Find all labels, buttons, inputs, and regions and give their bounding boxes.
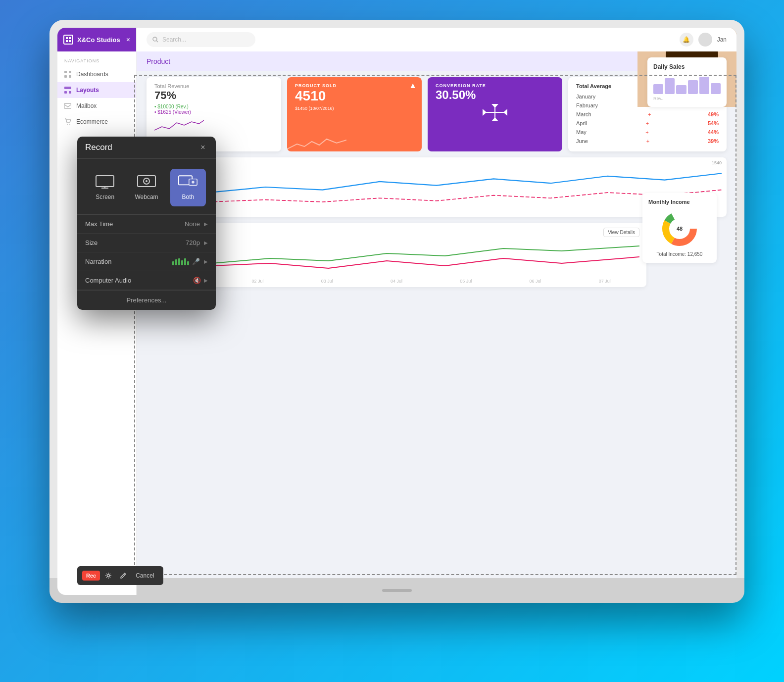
avg-row-may: May + 44% xyxy=(576,128,719,137)
laptop-screen: X&Co Studios × NAVIGATIONS Dashboards xyxy=(57,28,736,595)
chart-legend: Online Offline xyxy=(153,228,639,233)
svg-line-43 xyxy=(124,574,125,575)
n-bar-6 xyxy=(187,261,189,265)
dashboard-background: X&Co Studios × NAVIGATIONS Dashboards xyxy=(57,28,736,595)
narration-row[interactable]: Narration 🎤 ▶ xyxy=(77,252,216,271)
svg-rect-10 xyxy=(69,91,71,94)
avg-row-april: April + 54% xyxy=(576,119,719,128)
settings-toolbar-button[interactable] xyxy=(102,569,115,582)
view-details-button[interactable]: View Details xyxy=(603,228,639,237)
online-chart-svg xyxy=(153,236,639,276)
preferences-button[interactable]: Preferences... xyxy=(77,290,216,310)
avg-val-april: 54% xyxy=(708,120,719,126)
record-settings: Max Time None ▶ Size 720p ▶ Narratio xyxy=(77,214,216,290)
record-close-button[interactable]: × xyxy=(198,143,208,152)
max-time-label: Max Time xyxy=(85,220,185,228)
mic-icon: 🎤 xyxy=(192,258,200,265)
webcam-mode-label: Webcam xyxy=(135,194,158,200)
avg-row-march: March + 49% xyxy=(576,110,719,119)
n-bar-4 xyxy=(181,260,183,265)
revenue-value: 75% xyxy=(154,89,273,102)
mute-icon: 🔇 xyxy=(193,277,201,284)
svg-marker-21 xyxy=(491,117,498,121)
svg-rect-8 xyxy=(64,87,71,89)
notification-icon[interactable]: 🔔 xyxy=(680,33,693,47)
webcam-icon xyxy=(137,175,156,189)
bar-5 xyxy=(699,77,709,94)
narration-arrow: ▶ xyxy=(204,259,208,264)
sidebar-item-mailbox[interactable]: Mailbox xyxy=(57,98,136,114)
gear-icon xyxy=(105,572,112,579)
bar-1 xyxy=(653,84,663,94)
avatar[interactable] xyxy=(698,33,712,47)
both-mode-icon xyxy=(178,175,198,190)
screen-mode-icon xyxy=(95,175,115,190)
svg-rect-1 xyxy=(69,37,71,39)
max-time-row[interactable]: Max Time None ▶ xyxy=(77,215,216,234)
grid-icon xyxy=(64,71,71,78)
size-row[interactable]: Size 720p ▶ xyxy=(77,234,216,252)
mode-webcam-button[interactable]: Webcam xyxy=(127,169,166,206)
avg-val-may: 44% xyxy=(708,129,719,135)
svg-line-15 xyxy=(157,41,158,43)
layout-icon xyxy=(64,87,71,94)
svg-rect-33 xyxy=(96,176,114,187)
conversion-label: CONVERSION RATE xyxy=(436,83,554,88)
sidebar-item-mailbox-label: Mailbox xyxy=(76,102,97,109)
mode-screen-button[interactable]: Screen xyxy=(87,169,123,206)
record-titlebar: Record × xyxy=(77,137,216,159)
svg-rect-7 xyxy=(69,75,71,78)
laptop-shell: X&Co Studios × NAVIGATIONS Dashboards xyxy=(49,20,744,603)
product-wave xyxy=(287,134,346,151)
sidebar-item-ecommerce[interactable]: Ecommerce xyxy=(57,114,136,130)
computer-audio-label: Computer Audio xyxy=(85,277,193,284)
scene: X&Co Studios × NAVIGATIONS Dashboards xyxy=(0,0,784,682)
sidebar-nav-section: NAVIGATIONS xyxy=(57,51,136,66)
revenue-legend1: • $10000 (Rev.) xyxy=(154,104,273,109)
conversion-card: CONVERSION RATE 30.50% xyxy=(428,77,562,151)
search-bar[interactable]: Search... xyxy=(147,32,255,47)
chart-x-axis: 01 Jul02 Jul03 Jul04 Jul05 Jul06 Jul07 J… xyxy=(153,279,639,284)
monthly-income-total: Total Income: 12,650 xyxy=(648,251,711,257)
size-label: Size xyxy=(85,239,186,246)
sidebar-item-ecommerce-label: Ecommerce xyxy=(76,118,108,125)
narration-bars xyxy=(172,258,189,265)
avg-dot-march: + xyxy=(648,111,651,117)
laptop-notch xyxy=(382,589,412,592)
sidebar-item-layouts[interactable]: Layouts xyxy=(57,82,136,98)
avg-month-april: April xyxy=(576,120,587,126)
n-bar-1 xyxy=(172,261,174,265)
pencil-toolbar-button[interactable] xyxy=(117,569,130,582)
both-icon xyxy=(178,175,198,190)
rec-button[interactable]: Rec xyxy=(82,571,100,581)
logo-icon xyxy=(63,35,73,45)
webcam-mode-icon xyxy=(137,175,156,190)
record-modes: Screen Webcam xyxy=(77,159,216,214)
bottom-section: Online Offline View Details 01 Jul02 Jul… xyxy=(137,223,736,292)
n-bar-3 xyxy=(178,258,180,265)
product-sold-label: PRODUCT SOLD xyxy=(295,83,414,88)
avg-dot-june: + xyxy=(646,138,649,144)
narration-label: Narration xyxy=(85,258,172,265)
svg-rect-6 xyxy=(64,75,67,78)
max-time-arrow: ▶ xyxy=(204,221,208,227)
computer-audio-row[interactable]: Computer Audio 🔇 ▶ xyxy=(77,271,216,290)
svg-rect-2 xyxy=(66,40,68,42)
svg-text:48: 48 xyxy=(677,226,683,232)
n-bar-2 xyxy=(175,259,177,265)
cancel-button[interactable]: Cancel xyxy=(132,570,158,581)
sidebar-header: X&Co Studios × xyxy=(57,28,136,51)
svg-rect-4 xyxy=(64,71,67,73)
product-sold-value: 4510 xyxy=(295,88,414,104)
avg-month-february: Fabruary xyxy=(576,102,598,108)
product-sold-card: PRODUCT SOLD 4510 $1450 (10/07/2016) ▲ xyxy=(287,77,422,151)
sidebar-item-dashboards[interactable]: Dashboards xyxy=(57,66,136,82)
username: Jan xyxy=(717,36,727,43)
avg-val-june: 39% xyxy=(708,138,719,144)
mode-both-button[interactable]: Both xyxy=(170,169,206,206)
svg-marker-18 xyxy=(483,109,487,116)
sidebar-close-button[interactable]: × xyxy=(126,36,130,44)
dashboard-main: Product Total Revenue 75% • $10000 (Rev.… xyxy=(137,51,736,595)
screen-icon xyxy=(96,175,114,189)
svg-rect-3 xyxy=(69,40,71,42)
